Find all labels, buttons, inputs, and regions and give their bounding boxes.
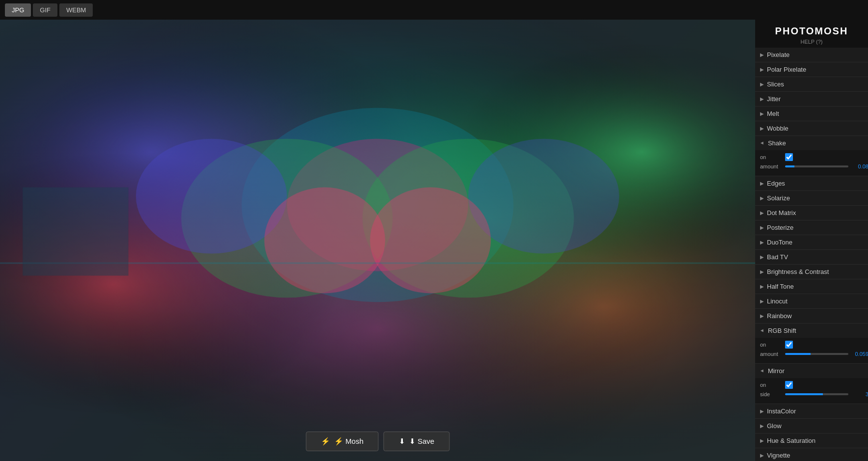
effect-header-linocut[interactable]: ▶Linocut (755, 294, 868, 308)
control-checkbox-mirror[interactable] (785, 381, 793, 389)
effect-item-melt: ▶Melt (755, 107, 868, 121)
effect-header-hue-saturation[interactable]: ▶Hue & Saturation (755, 434, 868, 448)
effect-item-jitter: ▶Jitter (755, 92, 868, 107)
effect-item-vignette: ▶Vignette (755, 448, 868, 461)
control-row-rgb-shift-on: on (760, 341, 863, 349)
effect-item-rgb-shift: ▼RGB Shiftonamount0.059 (755, 324, 868, 364)
app-logo: PHOTOMOSH (760, 26, 863, 37)
effect-label-shake: Shake (768, 139, 786, 147)
control-row-rgb-shift-amount: amount0.059 (760, 351, 863, 357)
control-checkbox-shake[interactable] (785, 153, 793, 161)
effect-item-half-tone: ▶Half Tone (755, 279, 868, 294)
effect-header-melt[interactable]: ▶Melt (755, 107, 868, 121)
control-row-mirror-on: on (760, 381, 863, 389)
effect-label-brightness-contrast: Brightness & Contrast (767, 268, 829, 275)
effect-header-slices[interactable]: ▶Slices (755, 77, 868, 91)
lightning-icon: ⚡ (321, 437, 330, 446)
effect-arrow-half-tone: ▶ (760, 284, 764, 289)
effect-item-instacolor: ▶InstaColor (755, 404, 868, 419)
effect-arrow-solarize: ▶ (760, 195, 764, 201)
effect-arrow-wobble: ▶ (760, 126, 764, 131)
effect-item-slices: ▶Slices (755, 77, 868, 92)
control-label-shake-amount: amount (760, 163, 782, 169)
effect-header-jitter[interactable]: ▶Jitter (755, 92, 868, 106)
effect-header-polar-pixelate[interactable]: ▶Polar Pixelate (755, 62, 868, 77)
svg-point-16 (370, 188, 491, 294)
control-row-mirror-side: side3 (760, 391, 863, 397)
save-button[interactable]: ⬇ ⬇ Save (384, 432, 449, 451)
mosh-button[interactable]: ⚡ ⚡ Mosh (306, 432, 379, 451)
effect-header-rgb-shift[interactable]: ▼RGB Shift (755, 324, 868, 338)
effect-header-bad-tv[interactable]: ▶Bad TV (755, 250, 868, 264)
effect-item-rainbow: ▶Rainbow (755, 309, 868, 324)
effect-header-half-tone[interactable]: ▶Half Tone (755, 279, 868, 294)
effect-controls-rgb-shift: onamount0.059 (755, 338, 868, 363)
effect-label-glow: Glow (767, 422, 782, 430)
effect-header-instacolor[interactable]: ▶InstaColor (755, 404, 868, 418)
effect-arrow-rainbow: ▶ (760, 313, 764, 319)
control-label-mirror-on: on (760, 382, 782, 388)
effect-label-vignette: Vignette (767, 452, 790, 459)
effect-item-posterize: ▶Posterize (755, 220, 868, 235)
control-slider-shake-amount[interactable] (785, 165, 848, 167)
tab-webm[interactable]: WEBM (59, 3, 93, 17)
effect-header-brightness-contrast[interactable]: ▶Brightness & Contrast (755, 265, 868, 279)
tab-gif[interactable]: GIF (33, 3, 57, 17)
svg-point-14 (468, 139, 619, 254)
effect-label-hue-saturation: Hue & Saturation (767, 437, 815, 444)
control-label-mirror-side: side (760, 391, 782, 397)
effect-header-edges[interactable]: ▶Edges (755, 176, 868, 190)
effect-item-dot-matrix: ▶Dot Matrix (755, 206, 868, 220)
effect-item-brightness-contrast: ▶Brightness & Contrast (755, 265, 868, 279)
control-slider-rgb-shift-amount[interactable] (785, 353, 848, 355)
effect-header-pixelate[interactable]: ▶Pixelate (755, 48, 868, 62)
download-icon: ⬇ (399, 437, 405, 446)
svg-rect-19 (23, 188, 128, 276)
effect-header-dot-matrix[interactable]: ▶Dot Matrix (755, 206, 868, 220)
effect-arrow-melt: ▶ (760, 111, 764, 116)
effect-item-duotone: ▶DuoTone (755, 235, 868, 250)
control-slider-mirror-side[interactable] (785, 393, 848, 395)
bottom-toolbar: ⚡ ⚡ Mosh ⬇ ⬇ Save (306, 432, 449, 451)
effect-header-solarize[interactable]: ▶Solarize (755, 191, 868, 205)
canvas-image (0, 20, 755, 461)
effect-arrow-jitter: ▶ (760, 96, 764, 102)
effect-header-glow[interactable]: ▶Glow (755, 419, 868, 433)
control-value-shake-amount: 0.08 (851, 163, 868, 169)
effect-header-duotone[interactable]: ▶DuoTone (755, 235, 868, 249)
effect-arrow-linocut: ▶ (760, 298, 764, 304)
effect-label-slices: Slices (767, 81, 784, 88)
effect-arrow-bad-tv: ▶ (760, 254, 764, 260)
effect-item-edges: ▶Edges (755, 176, 868, 191)
effect-header-mirror[interactable]: ▼Mirror (755, 364, 868, 378)
effect-controls-mirror: onside3 (755, 378, 868, 404)
effect-item-linocut: ▶Linocut (755, 294, 868, 309)
control-label-shake-on: on (760, 154, 782, 160)
control-checkbox-rgb-shift[interactable] (785, 341, 793, 349)
effect-arrow-instacolor: ▶ (760, 408, 764, 414)
effect-arrow-polar-pixelate: ▶ (760, 67, 764, 72)
effect-header-shake[interactable]: ▼Shake (755, 136, 868, 150)
effect-item-hue-saturation: ▶Hue & Saturation (755, 434, 868, 448)
control-label-rgb-shift-amount: amount (760, 351, 782, 357)
effect-arrow-slices: ▶ (760, 81, 764, 87)
effect-arrow-brightness-contrast: ▶ (760, 269, 764, 274)
effect-header-rainbow[interactable]: ▶Rainbow (755, 309, 868, 323)
control-value-mirror-side: 3 (851, 391, 868, 397)
effect-item-mirror: ▼Mirroronside3 (755, 364, 868, 404)
right-panel: PHOTOMOSH HELP (?) ▶Pixelate▶Polar Pixel… (755, 20, 868, 461)
panel-header: PHOTOMOSH HELP (?) (755, 20, 868, 48)
effect-label-bad-tv: Bad TV (767, 253, 788, 261)
main-layout: ⚡ ⚡ Mosh ⬇ ⬇ Save PHOTOMOSH HELP (?) ▶Pi… (0, 20, 868, 461)
effect-label-jitter: Jitter (767, 95, 781, 103)
effect-label-melt: Melt (767, 110, 779, 117)
control-row-shake-on: on (760, 153, 863, 161)
top-bar: JPG GIF WEBM (0, 0, 868, 20)
effect-label-instacolor: InstaColor (767, 407, 796, 415)
effect-header-posterize[interactable]: ▶Posterize (755, 220, 868, 235)
effect-label-rainbow: Rainbow (767, 312, 792, 320)
help-link[interactable]: HELP (?) (760, 39, 863, 45)
effect-header-vignette[interactable]: ▶Vignette (755, 448, 868, 461)
effect-header-wobble[interactable]: ▶Wobble (755, 121, 868, 136)
tab-jpg[interactable]: JPG (5, 3, 31, 17)
